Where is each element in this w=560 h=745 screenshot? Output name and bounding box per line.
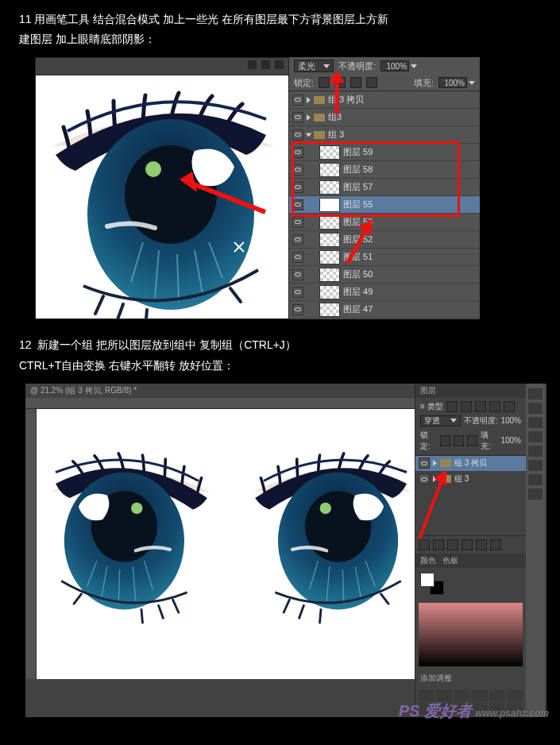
trash-icon[interactable] — [490, 539, 501, 550]
visibility-toggle[interactable] — [292, 199, 303, 210]
ruler-vertical — [25, 409, 37, 679]
adjust-icon[interactable] — [447, 539, 458, 550]
blend-mode-dropdown[interactable]: 柔光 — [294, 60, 334, 72]
layer-row[interactable]: 图层 57 — [289, 179, 480, 196]
step-12-text: 12 新建一个组 把所以图层放到组中 复制组（CTRL+J） CTRL+T自由变… — [19, 335, 541, 375]
layer-row[interactable]: 图层 52 — [289, 231, 480, 249]
lock-pixels-icon[interactable] — [334, 77, 346, 88]
fill-input[interactable] — [438, 77, 467, 88]
screenshot-2: @ 21.2% (组 3 拷贝, RGB/8) * — [25, 384, 546, 717]
blend-mode-dropdown[interactable]: 穿透 — [420, 415, 461, 427]
layer-row[interactable]: 图层 53 — [289, 214, 480, 231]
visibility-toggle[interactable] — [292, 287, 303, 298]
panel-icon[interactable] — [528, 474, 543, 485]
adjust-preset[interactable] — [436, 690, 452, 701]
screenshot-1: 柔光 不透明度: 锁定: 填充: 组 3 拷贝 组3 — [35, 57, 480, 319]
adjust-preset[interactable] — [489, 690, 505, 701]
canvas-area — [37, 409, 415, 679]
visibility-toggle[interactable] — [292, 269, 303, 280]
adjust-preset[interactable] — [454, 690, 469, 701]
color-picker[interactable] — [419, 603, 523, 666]
panel-tabs[interactable]: 图层 — [415, 384, 526, 398]
color-swatch[interactable] — [415, 568, 526, 600]
adjust-preset[interactable] — [507, 690, 523, 701]
lock-icon[interactable] — [440, 435, 450, 446]
lock-all-icon[interactable] — [366, 77, 377, 88]
layer-group-row[interactable]: 组 3 拷贝 — [289, 91, 480, 109]
layer-thumbnail — [319, 198, 340, 212]
fx-icon[interactable] — [419, 539, 430, 550]
panel-icon[interactable] — [528, 403, 543, 414]
filter-text-icon[interactable] — [475, 401, 486, 412]
lock-icon[interactable] — [454, 435, 464, 446]
panel-icon[interactable] — [528, 388, 543, 400]
visibility-toggle[interactable] — [292, 304, 303, 315]
adjustments-label: 添加调整 — [415, 670, 526, 687]
opacity-input[interactable] — [380, 60, 409, 71]
layer-group-row[interactable]: 组3 — [289, 109, 480, 126]
panel-icon[interactable] — [528, 446, 543, 457]
layer-row[interactable]: 图层 51 — [289, 249, 480, 266]
canvas-area — [35, 57, 289, 319]
panel-icon[interactable] — [528, 460, 543, 471]
visibility-toggle[interactable] — [292, 164, 303, 176]
eye-drawing-left — [36, 75, 288, 318]
svg-point-17 — [320, 503, 331, 514]
layer-row[interactable]: 图层 49 — [289, 284, 480, 301]
layer-row[interactable]: 图层 50 — [289, 266, 480, 284]
layers-panel: 柔光 不透明度: 锁定: 填充: 组 3 拷贝 组3 — [289, 57, 480, 319]
group-icon[interactable] — [462, 539, 473, 550]
visibility-toggle[interactable] — [419, 473, 430, 484]
panel-icon[interactable] — [528, 488, 543, 500]
layer-thumbnail — [319, 145, 340, 160]
document-tab[interactable]: @ 21.2% (组 3 拷贝, RGB/8) * — [25, 384, 415, 398]
visibility-toggle[interactable] — [419, 457, 430, 469]
filter-pixel-icon[interactable] — [446, 401, 458, 412]
layer-group-row-selected[interactable]: 组 3 拷贝 — [415, 456, 526, 472]
filter-adjust-icon[interactable] — [461, 401, 472, 412]
visibility-toggle[interactable] — [292, 147, 303, 158]
new-layer-icon[interactable] — [476, 539, 487, 550]
filter-shape-icon[interactable] — [489, 401, 500, 412]
layer-thumbnail — [319, 233, 340, 247]
layer-row[interactable]: 图层 59 — [289, 144, 480, 161]
visibility-toggle[interactable] — [292, 234, 303, 245]
visibility-toggle[interactable] — [292, 95, 303, 106]
svg-point-25 — [131, 503, 142, 514]
layer-thumbnail — [319, 285, 340, 299]
lock-icon[interactable] — [467, 435, 477, 446]
lock-transparency-icon[interactable] — [319, 77, 330, 88]
document-tabbar — [36, 58, 288, 75]
layer-thumbnail — [319, 303, 340, 317]
layer-thumbnail — [319, 215, 340, 230]
layer-group-row[interactable]: 组 3 — [289, 126, 480, 144]
adjust-preset[interactable] — [471, 690, 487, 701]
layer-thumbnail — [319, 250, 340, 264]
visibility-toggle[interactable] — [292, 182, 303, 193]
svg-point-7 — [145, 161, 161, 177]
visibility-toggle[interactable] — [292, 217, 303, 228]
filter-smart-icon[interactable] — [504, 401, 515, 412]
folder-icon — [440, 459, 451, 467]
layer-thumbnail — [319, 180, 340, 195]
panel-icon[interactable] — [528, 417, 543, 428]
collapsed-panel-strip — [526, 384, 545, 717]
layer-row-selected[interactable]: 图层 55 — [289, 196, 480, 214]
mask-icon[interactable] — [433, 539, 444, 550]
visibility-toggle[interactable] — [292, 252, 303, 263]
layer-row[interactable]: 图层 58 — [289, 161, 480, 179]
visibility-toggle[interactable] — [292, 129, 303, 141]
step-num: 12 — [19, 338, 32, 351]
step-num: 11 — [19, 13, 32, 25]
fill-label: 填充: — [414, 77, 434, 89]
layer-row[interactable]: 图层 47 — [289, 301, 480, 318]
lock-position-icon[interactable] — [350, 77, 361, 88]
window-controls[interactable] — [248, 60, 284, 69]
folder-icon — [314, 96, 325, 104]
layer-group-row[interactable]: 组 3 — [415, 472, 526, 488]
panel-icon[interactable] — [528, 431, 543, 442]
folder-icon — [440, 475, 451, 483]
visibility-toggle[interactable] — [292, 112, 303, 123]
adjust-preset[interactable] — [419, 690, 434, 701]
color-panel-tabs[interactable]: 颜色色板 — [415, 554, 526, 568]
